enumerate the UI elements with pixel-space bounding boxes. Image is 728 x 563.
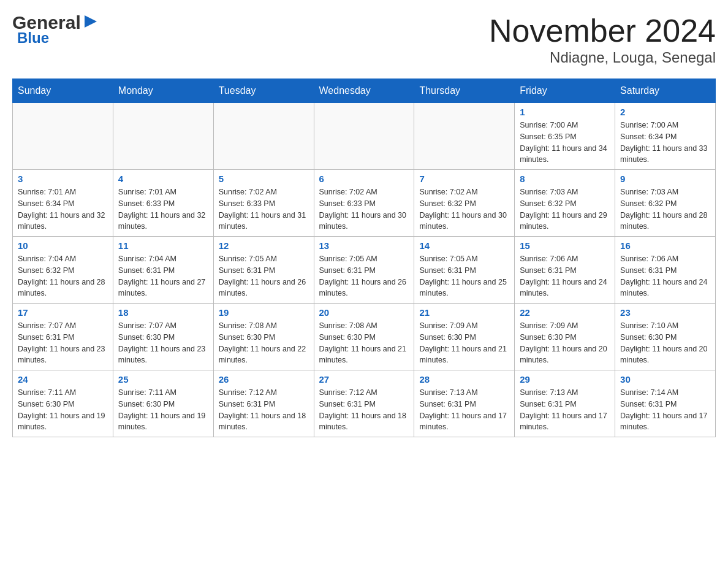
day-header-tuesday: Tuesday <box>213 79 314 103</box>
calendar-cell: 7Sunrise: 7:02 AMSunset: 6:32 PMDaylight… <box>414 170 515 237</box>
day-info-line: Daylight: 11 hours and 18 minutes. <box>219 410 309 434</box>
calendar-cell: 17Sunrise: 7:07 AMSunset: 6:31 PMDayligh… <box>13 304 113 370</box>
day-info-line: Sunset: 6:34 PM <box>620 131 710 143</box>
day-info-line: Sunrise: 7:05 AM <box>419 253 509 265</box>
day-info: Sunrise: 7:03 AMSunset: 6:32 PMDaylight:… <box>520 186 610 232</box>
calendar-cell: 12Sunrise: 7:05 AMSunset: 6:31 PMDayligh… <box>213 237 314 304</box>
calendar-cell: 13Sunrise: 7:05 AMSunset: 6:31 PMDayligh… <box>314 237 414 304</box>
day-info-line: Daylight: 11 hours and 20 minutes. <box>520 343 610 367</box>
day-info-line: Daylight: 11 hours and 30 minutes. <box>319 210 409 233</box>
title-block: November 2024 Ndiagne, Louga, Senegal <box>489 12 716 66</box>
day-info: Sunrise: 7:02 AMSunset: 6:32 PMDaylight:… <box>419 186 509 232</box>
calendar-cell: 15Sunrise: 7:06 AMSunset: 6:31 PMDayligh… <box>515 237 615 304</box>
day-info-line: Daylight: 11 hours and 17 minutes. <box>419 410 509 434</box>
day-info: Sunrise: 7:14 AMSunset: 6:31 PMDaylight:… <box>620 387 710 433</box>
day-info: Sunrise: 7:00 AMSunset: 6:34 PMDaylight:… <box>620 120 710 166</box>
calendar-cell <box>13 103 113 170</box>
calendar-cell: 14Sunrise: 7:05 AMSunset: 6:31 PMDayligh… <box>414 237 515 304</box>
day-info-line: Daylight: 11 hours and 17 minutes. <box>620 410 710 434</box>
day-number: 29 <box>520 374 610 385</box>
day-info: Sunrise: 7:04 AMSunset: 6:32 PMDaylight:… <box>18 253 108 299</box>
day-info-line: Daylight: 11 hours and 21 minutes. <box>419 343 509 367</box>
day-info-line: Sunrise: 7:09 AM <box>520 320 610 332</box>
day-info-line: Sunrise: 7:12 AM <box>319 387 409 399</box>
calendar-cell: 20Sunrise: 7:08 AMSunset: 6:30 PMDayligh… <box>314 304 414 370</box>
day-info-line: Sunset: 6:32 PM <box>419 198 509 210</box>
day-info-line: Daylight: 11 hours and 33 minutes. <box>620 143 710 166</box>
day-info-line: Sunset: 6:31 PM <box>18 332 108 343</box>
day-number: 18 <box>118 307 208 318</box>
day-info: Sunrise: 7:06 AMSunset: 6:31 PMDaylight:… <box>620 253 710 299</box>
day-info-line: Sunset: 6:30 PM <box>319 332 409 343</box>
day-number: 1 <box>520 107 610 117</box>
day-info-line: Sunset: 6:33 PM <box>118 198 208 210</box>
day-info: Sunrise: 7:04 AMSunset: 6:31 PMDaylight:… <box>118 253 208 299</box>
day-number: 26 <box>219 374 309 385</box>
day-info-line: Sunrise: 7:02 AM <box>319 186 409 198</box>
day-info-line: Daylight: 11 hours and 21 minutes. <box>319 343 409 367</box>
day-info-line: Sunset: 6:31 PM <box>219 265 309 277</box>
day-info-line: Sunrise: 7:01 AM <box>18 186 108 198</box>
day-info-line: Sunrise: 7:02 AM <box>419 186 509 198</box>
calendar-cell: 3Sunrise: 7:01 AMSunset: 6:34 PMDaylight… <box>13 170 113 237</box>
day-info-line: Daylight: 11 hours and 27 minutes. <box>118 277 208 300</box>
day-header-monday: Monday <box>113 79 213 103</box>
day-info-line: Sunset: 6:30 PM <box>219 332 309 343</box>
calendar-header-row: SundayMondayTuesdayWednesdayThursdayFrid… <box>13 79 716 103</box>
day-info-line: Sunset: 6:31 PM <box>520 265 610 277</box>
day-info-line: Sunset: 6:30 PM <box>18 399 108 410</box>
day-header-wednesday: Wednesday <box>314 79 414 103</box>
logo-blue-text: Blue <box>17 29 49 47</box>
day-info-line: Sunrise: 7:07 AM <box>18 320 108 332</box>
day-info: Sunrise: 7:07 AMSunset: 6:30 PMDaylight:… <box>118 320 208 366</box>
day-info-line: Daylight: 11 hours and 25 minutes. <box>419 277 509 300</box>
day-number: 25 <box>118 374 208 385</box>
day-info-line: Daylight: 11 hours and 22 minutes. <box>219 343 309 367</box>
day-number: 28 <box>419 374 509 385</box>
calendar-cell: 22Sunrise: 7:09 AMSunset: 6:30 PMDayligh… <box>515 304 615 370</box>
calendar-cell: 4Sunrise: 7:01 AMSunset: 6:33 PMDaylight… <box>113 170 213 237</box>
day-info-line: Daylight: 11 hours and 28 minutes. <box>620 210 710 233</box>
day-info-line: Daylight: 11 hours and 24 minutes. <box>520 277 610 300</box>
day-info-line: Sunset: 6:30 PM <box>520 332 610 343</box>
calendar-cell: 21Sunrise: 7:09 AMSunset: 6:30 PMDayligh… <box>414 304 515 370</box>
calendar-cell: 30Sunrise: 7:14 AMSunset: 6:31 PMDayligh… <box>615 370 716 437</box>
day-info-line: Sunrise: 7:13 AM <box>419 387 509 399</box>
calendar-cell: 16Sunrise: 7:06 AMSunset: 6:31 PMDayligh… <box>615 237 716 304</box>
calendar-cell: 19Sunrise: 7:08 AMSunset: 6:30 PMDayligh… <box>213 304 314 370</box>
day-number: 15 <box>520 240 610 251</box>
calendar-cell: 5Sunrise: 7:02 AMSunset: 6:33 PMDaylight… <box>213 170 314 237</box>
calendar-cell: 28Sunrise: 7:13 AMSunset: 6:31 PMDayligh… <box>414 370 515 437</box>
day-info: Sunrise: 7:02 AMSunset: 6:33 PMDaylight:… <box>219 186 309 232</box>
day-header-thursday: Thursday <box>414 79 515 103</box>
calendar-table: SundayMondayTuesdayWednesdayThursdayFrid… <box>12 79 716 437</box>
calendar-cell <box>414 103 515 170</box>
day-info-line: Daylight: 11 hours and 26 minutes. <box>219 277 309 300</box>
day-info: Sunrise: 7:07 AMSunset: 6:31 PMDaylight:… <box>18 320 108 366</box>
calendar-cell: 9Sunrise: 7:03 AMSunset: 6:32 PMDaylight… <box>615 170 716 237</box>
calendar-cell <box>213 103 314 170</box>
day-info: Sunrise: 7:08 AMSunset: 6:30 PMDaylight:… <box>319 320 409 366</box>
day-number: 12 <box>219 240 309 251</box>
day-info-line: Sunrise: 7:13 AM <box>520 387 610 399</box>
day-info-line: Sunset: 6:31 PM <box>520 399 610 410</box>
calendar-cell: 6Sunrise: 7:02 AMSunset: 6:33 PMDaylight… <box>314 170 414 237</box>
day-info-line: Sunset: 6:31 PM <box>118 265 208 277</box>
day-info: Sunrise: 7:01 AMSunset: 6:34 PMDaylight:… <box>18 186 108 232</box>
day-number: 7 <box>419 174 509 184</box>
day-info-line: Sunrise: 7:09 AM <box>419 320 509 332</box>
day-info: Sunrise: 7:01 AMSunset: 6:33 PMDaylight:… <box>118 186 208 232</box>
day-number: 19 <box>219 307 309 318</box>
day-info-line: Daylight: 11 hours and 19 minutes. <box>18 410 108 434</box>
calendar-cell: 8Sunrise: 7:03 AMSunset: 6:32 PMDaylight… <box>515 170 615 237</box>
day-info-line: Sunrise: 7:05 AM <box>319 253 409 265</box>
day-number: 6 <box>319 174 409 184</box>
calendar-cell: 26Sunrise: 7:12 AMSunset: 6:31 PMDayligh… <box>213 370 314 437</box>
calendar-cell: 1Sunrise: 7:00 AMSunset: 6:35 PMDaylight… <box>515 103 615 170</box>
day-info-line: Sunset: 6:31 PM <box>319 265 409 277</box>
calendar-cell: 27Sunrise: 7:12 AMSunset: 6:31 PMDayligh… <box>314 370 414 437</box>
day-number: 4 <box>118 174 208 184</box>
day-number: 8 <box>520 174 610 184</box>
day-info-line: Sunrise: 7:10 AM <box>620 320 710 332</box>
day-number: 11 <box>118 240 208 251</box>
